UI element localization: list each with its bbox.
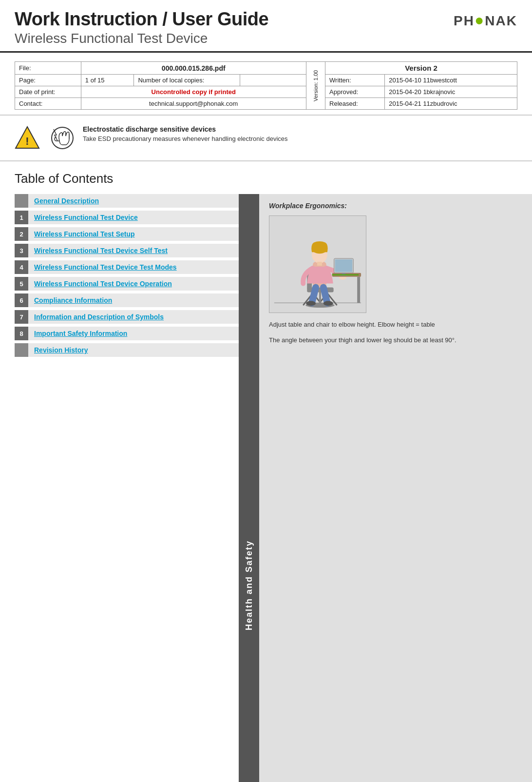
doc-file-row: File: 000.000.015.286.pdf Version: 1.00 … — [15, 62, 517, 75]
toc-list: General Description1Wireless Functional … — [0, 194, 239, 782]
document-info: File: 000.000.015.286.pdf Version: 1.00 … — [0, 53, 532, 116]
local-copies-label: Number of local copies: — [134, 75, 240, 86]
written-value: 2015-04-10 11bwestcott — [385, 75, 517, 86]
version-rotated: Version: 1.00 — [306, 62, 325, 110]
toc-item: General Description — [15, 194, 239, 208]
toc-item: 7Information and Description of Symbols — [15, 310, 239, 324]
doc-page-row: Page: 1 of 15 Number of local copies: Wr… — [15, 75, 517, 86]
svg-point-18 — [306, 301, 316, 306]
toc-item-link[interactable]: Wireless Functional Test Device Self Tes… — [34, 247, 168, 254]
file-label: File: — [15, 62, 81, 75]
toc-item-number: 5 — [15, 277, 28, 291]
svg-rect-23 — [335, 259, 353, 272]
contact-label: Contact: — [15, 98, 81, 110]
toc-item-link[interactable]: Wireless Functional Test Device Operatio… — [34, 280, 172, 288]
toc-item-link[interactable]: General Description — [34, 197, 99, 205]
toc-item-label-wrap: Wireless Functional Test Device — [28, 211, 239, 224]
toc-item: 8Important Safety Information — [15, 327, 239, 340]
toc-item-label-wrap: Wireless Functional Test Device Operatio… — [28, 277, 239, 291]
esd-icon: ! — [15, 125, 40, 151]
written-label: Written: — [325, 75, 385, 86]
ergonomics-image — [269, 215, 366, 313]
svg-rect-21 — [357, 277, 360, 303]
svg-rect-16 — [317, 262, 322, 266]
toc-item-link[interactable]: Wireless Functional Test Device — [34, 214, 138, 221]
toc-item-link[interactable]: Compliance Information — [34, 296, 112, 304]
toc-title: Table of Contents — [15, 171, 532, 186]
toc-item-number: 8 — [15, 327, 28, 340]
toc-item-number: 1 — [15, 211, 28, 224]
toc-item-label-wrap: Wireless Functional Test Device Self Tes… — [28, 244, 239, 257]
toc-item-label-wrap: Wireless Functional Test Setup — [28, 227, 239, 241]
svg-text:!: ! — [25, 135, 29, 147]
toc-item-number: 7 — [15, 310, 28, 324]
page-label: Page: — [15, 75, 81, 86]
toc-item-number: 2 — [15, 227, 28, 241]
toc-item-label-wrap: Wireless Functional Test Device Test Mod… — [28, 260, 239, 274]
date-label: Date of print: — [15, 86, 81, 98]
toc-item-number: 3 — [15, 244, 28, 257]
sidebar-label: Health and Safety — [239, 194, 259, 782]
toc-item: 1Wireless Functional Test Device — [15, 211, 239, 224]
toc-item: 2Wireless Functional Test Setup — [15, 227, 239, 241]
toc-item-number: 6 — [15, 293, 28, 307]
toc-item-link[interactable]: Information and Description of Symbols — [34, 313, 164, 321]
toc-section: Table of Contents General Description1Wi… — [0, 161, 532, 782]
esd-title: Electrostatic discharge sensitive device… — [83, 125, 288, 133]
toc-item-link[interactable]: Important Safety Information — [34, 330, 127, 337]
esd-text-block: Electrostatic discharge sensitive device… — [83, 125, 288, 142]
ergonomics-title: Workplace Ergonomics: — [269, 202, 522, 210]
doc-info-table: File: 000.000.015.286.pdf Version: 1.00 … — [15, 61, 517, 110]
released-label: Released: — [325, 98, 385, 110]
toc-item: 3Wireless Functional Test Device Self Te… — [15, 244, 239, 257]
ergonomics-caption2: The angle between your thigh and lower l… — [269, 335, 522, 345]
phonak-logo: PH●NAK — [454, 11, 517, 29]
esd-description: Take ESD precautionary measures whenever… — [83, 135, 288, 142]
uncontrolled-label: Uncontrolled copy if printed — [152, 88, 236, 96]
ergonomics-panel: Workplace Ergonomics: — [259, 194, 532, 782]
toc-item-link[interactable]: Wireless Functional Test Setup — [34, 230, 135, 238]
toc-item-label-wrap: Revision History — [28, 343, 239, 357]
svg-point-19 — [323, 301, 333, 306]
page-title-main: Work Instruction / User Guide — [15, 9, 268, 30]
approved-label: Approved: — [325, 86, 385, 98]
file-value: 000.000.015.286.pdf — [81, 62, 306, 75]
toc-item: 4Wireless Functional Test Device Test Mo… — [15, 260, 239, 274]
ergonomics-caption1: Adjust table and chair to elbow height. … — [269, 320, 522, 330]
version-label: Version 2 — [325, 62, 517, 75]
toc-item: 5Wireless Functional Test Device Operati… — [15, 277, 239, 291]
toc-item-label-wrap: Important Safety Information — [28, 327, 239, 340]
toc-item-link[interactable]: Revision History — [34, 346, 88, 354]
approved-value: 2015-04-20 1bkrajnovic — [385, 86, 517, 98]
esd-warning: ! Electrostatic discharge sensitive devi… — [0, 116, 532, 160]
local-copies-value — [240, 75, 306, 86]
esd-hand-icon — [50, 125, 75, 151]
contact-value: technical.support@phonak.com — [81, 98, 306, 110]
page-title-sub: Wireless Functional Test Device — [15, 31, 268, 46]
toc-item: 6Compliance Information — [15, 293, 239, 307]
toc-item-label-wrap: Compliance Information — [28, 293, 239, 307]
page-header: Work Instruction / User Guide Wireless F… — [0, 0, 532, 53]
released-value: 2015-04-21 11zbudrovic — [385, 98, 517, 110]
toc-item-number — [15, 194, 28, 208]
toc-item-number: 4 — [15, 260, 28, 274]
doc-contact-row: Contact: technical.support@phonak.com Re… — [15, 98, 517, 110]
toc-item: Revision History — [15, 343, 239, 357]
health-safety-sidebar: Health and Safety — [239, 194, 259, 782]
toc-item-label-wrap: Information and Description of Symbols — [28, 310, 239, 324]
doc-date-row: Date of print: Uncontrolled copy if prin… — [15, 86, 517, 98]
toc-item-link[interactable]: Wireless Functional Test Device Test Mod… — [34, 263, 177, 271]
ergonomics-svg — [269, 215, 366, 313]
toc-item-label-wrap: General Description — [28, 194, 239, 208]
toc-item-number — [15, 343, 28, 357]
page-value: 1 of 15 — [81, 75, 134, 86]
toc-main: General Description1Wireless Functional … — [0, 194, 532, 782]
